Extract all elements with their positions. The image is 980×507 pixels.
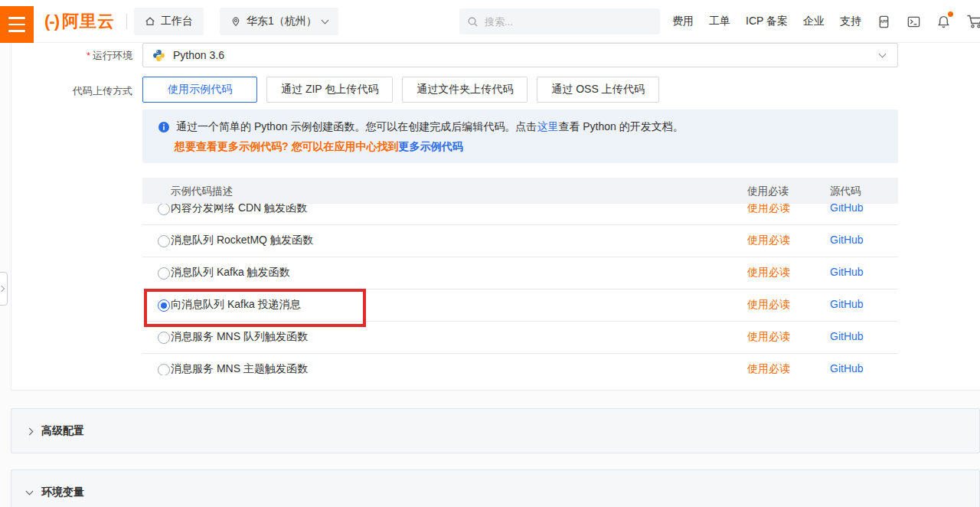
tab-sample-code[interactable]: 使用示例代码: [142, 77, 257, 103]
advanced-config-title: 高级配置: [41, 424, 84, 438]
table-row[interactable]: 消息队列 Kafka 触发函数 使用必读 GitHub: [142, 257, 898, 289]
region-selector[interactable]: 华东1（杭州）: [220, 8, 338, 35]
read-first-link[interactable]: 使用必读: [747, 330, 790, 344]
info-text: 通过一个简单的 Python 示例创建函数。您可以在创建完成后编辑代码。点击这里…: [176, 120, 684, 134]
sample-radio[interactable]: [158, 267, 170, 280]
search-icon: [467, 16, 479, 28]
nav-link-icp[interactable]: ICP 备案: [746, 15, 788, 28]
runtime-label: 运行环境: [11, 49, 132, 63]
nav-divider: [126, 14, 127, 29]
header-desc: 示例代码描述: [171, 185, 233, 198]
sample-radio[interactable]: [158, 332, 170, 344]
table-row[interactable]: 消息服务 MNS 队列触发函数 使用必读 GitHub: [142, 322, 898, 354]
cart-icon[interactable]: [966, 14, 980, 29]
create-function-card: 运行环境 Python 3.6 代码上传方式 使用示例代码 通过 ZIP 包上传…: [11, 43, 980, 391]
chevron-down-icon: [321, 17, 328, 25]
runtime-value: Python 3.6: [173, 49, 224, 61]
nav-link-tickets[interactable]: 工单: [709, 15, 730, 28]
workbench-label: 工作台: [161, 15, 193, 28]
home-icon: [145, 16, 155, 27]
svg-text:APP: APP: [880, 19, 888, 23]
github-link[interactable]: GitHub: [830, 234, 864, 246]
global-search[interactable]: [459, 8, 660, 34]
cloudshell-terminal-icon[interactable]: [906, 15, 921, 29]
sample-radio[interactable]: [158, 204, 170, 215]
docs-here-link[interactable]: 这里: [537, 120, 558, 132]
sample-radio[interactable]: [158, 235, 170, 247]
advanced-config-header[interactable]: 高级配置: [11, 409, 979, 453]
region-label: 华东1（杭州）: [247, 15, 317, 28]
nav-link-support[interactable]: 支持: [840, 15, 861, 28]
env-variables-title: 环境变量: [41, 486, 84, 499]
upload-method-tabs: 使用示例代码 通过 ZIP 包上传代码 通过文件夹上传代码 通过 OSS 上传代…: [142, 77, 659, 103]
header-read: 使用必读: [747, 185, 789, 198]
sample-code-table: 示例代码描述 使用必读 源代码 内容分发网络 CDN 触发函数 使用必读 Git…: [142, 178, 898, 375]
github-link[interactable]: GitHub: [830, 298, 864, 310]
location-pin-icon: [230, 16, 241, 27]
drawer-expand-handle[interactable]: [0, 272, 8, 306]
read-first-link[interactable]: 使用必读: [747, 204, 790, 215]
more-samples-text: 想要查看更多示例代码? 您可以在应用中心找到更多示例代码: [175, 140, 462, 154]
mobile-app-icon[interactable]: APP: [877, 15, 891, 29]
env-variables-panel: 环境变量: [11, 469, 980, 507]
read-first-link[interactable]: 使用必读: [747, 298, 790, 312]
sample-radio[interactable]: [158, 364, 170, 375]
hamburger-menu-icon[interactable]: [0, 6, 34, 43]
notifications-bell-icon[interactable]: [936, 15, 951, 29]
workbench-button[interactable]: 工作台: [134, 8, 204, 35]
chevron-right-icon: [0, 286, 5, 292]
advanced-config-panel: 高级配置: [11, 408, 980, 453]
table-row[interactable]: 消息队列 RocketMQ 触发函数 使用必读 GitHub: [142, 225, 898, 257]
read-first-link[interactable]: 使用必读: [747, 266, 790, 280]
sample-info-box: 通过一个简单的 Python 示例创建函数。您可以在创建完成后编辑代码。点击这里…: [142, 110, 898, 163]
github-link[interactable]: GitHub: [830, 362, 864, 375]
env-variables-header[interactable]: 环境变量: [11, 470, 979, 507]
logo-text: 阿里云: [62, 10, 115, 33]
github-link[interactable]: GitHub: [830, 330, 864, 342]
tab-folder-upload[interactable]: 通过文件夹上传代码: [402, 77, 528, 103]
info-icon: [158, 121, 170, 133]
read-first-link[interactable]: 使用必读: [747, 234, 790, 247]
tab-oss-upload[interactable]: 通过 OSS 上传代码: [537, 77, 658, 103]
nav-link-enterprise[interactable]: 企业: [803, 15, 825, 28]
notification-dot: [948, 11, 953, 17]
tab-zip-upload[interactable]: 通过 ZIP 包上传代码: [266, 77, 393, 103]
chevron-right-icon: [26, 427, 34, 435]
header-source: 源代码: [830, 185, 861, 198]
nav-right-group: 费用 工单 ICP 备案 企业 支持 APP: [672, 0, 980, 43]
runtime-select[interactable]: Python 3.6: [142, 43, 898, 67]
logo-bracket-icon: (-): [44, 11, 59, 31]
table-row[interactable]: 内容分发网络 CDN 触发函数 使用必读 GitHub: [142, 204, 898, 225]
upload-method-label: 代码上传方式: [11, 84, 132, 98]
table-row-selected[interactable]: 向消息队列 Kafka 投递消息 使用必读 GitHub: [142, 289, 898, 322]
nav-link-billing[interactable]: 费用: [672, 15, 694, 28]
read-first-link[interactable]: 使用必读: [747, 362, 790, 375]
table-row[interactable]: 消息服务 MNS 主题触发函数 使用必读 GitHub: [142, 354, 898, 375]
sample-radio-selected[interactable]: [158, 299, 170, 312]
search-input[interactable]: [485, 16, 638, 28]
python-icon: [152, 49, 165, 62]
top-nav: (-) 阿里云 工作台 华东1（杭州） 费用 工单 ICP 备案 企业 支持 A…: [0, 0, 980, 43]
github-link[interactable]: GitHub: [830, 204, 864, 214]
table-body-scroll[interactable]: 内容分发网络 CDN 触发函数 使用必读 GitHub 消息队列 RocketM…: [142, 204, 898, 375]
chevron-down-icon: [26, 488, 34, 496]
table-header: 示例代码描述 使用必读 源代码: [142, 178, 898, 204]
more-samples-link[interactable]: 更多示例代码: [398, 140, 462, 152]
alicloud-logo[interactable]: (-) 阿里云: [44, 0, 115, 43]
github-link[interactable]: GitHub: [830, 266, 864, 278]
select-chevron-icon: [879, 51, 887, 58]
